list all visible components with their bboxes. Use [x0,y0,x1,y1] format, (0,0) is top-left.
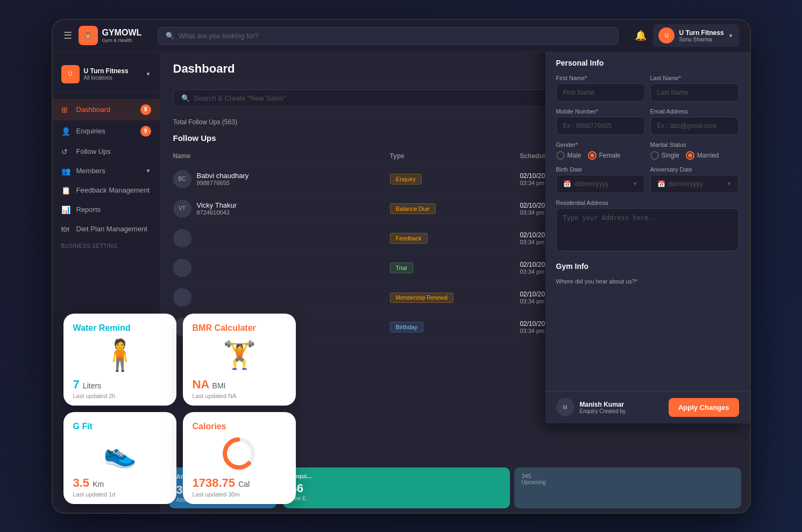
gfit-icon-area: 👟 [73,434,167,474]
email-input[interactable] [650,117,739,135]
sidebar-location: All locations [84,75,129,81]
stat-card-enquiry: Enqui... 46 New E. [283,467,510,508]
reports-icon: 📊 [61,205,71,214]
type-badge: Enquiry [390,174,422,185]
enquiry-value: 46 [290,481,502,495]
sidebar-item-dashboard[interactable]: ⊞ Dashboard 9 [53,99,160,120]
bmr-value-row: NA BMI [193,378,286,392]
last-name-input[interactable] [650,83,739,102]
sidebar-item-followups[interactable]: ↺ Follow Ups [53,142,160,161]
last-name-group: Last Name* [650,75,739,102]
address-group: Residential Address [556,200,739,253]
birthdate-group: Birth Date 📅 dd/mm/yyyy ▼ [556,166,645,193]
member-info: VT Vicky Thakur 8724610043 [173,200,390,218]
mobile-input[interactable] [556,117,645,135]
gender-female-option[interactable]: Female [588,151,621,160]
sidebar-item-label: Dashboard [76,105,111,114]
gender-male-radio[interactable] [556,151,565,160]
apply-changes-button[interactable]: Apply Changes [669,398,739,417]
type-badge: Balance Due [390,203,436,214]
avatar: BC [173,170,191,188]
sidebar-section-business: Business Setting [53,239,160,253]
bmr-sub: Last updated NA [193,393,286,399]
anniversary-placeholder: dd/mm/yyyy [669,180,703,188]
sidebar-item-feedback[interactable]: 📋 Feedback Management [53,181,160,200]
member-name: Vicky Thakur [197,201,237,209]
gym-name: U Turn Fitness [679,29,723,37]
member-info [173,288,390,307]
water-remind-title: Water Remind [73,323,167,333]
avatar [173,229,191,247]
global-search[interactable]: 🔍 What are you looking for? [158,27,619,45]
type-badge: Trial [390,263,413,273]
gender-male-option[interactable]: Male [556,151,581,160]
search-placeholder: What are you looking for? [179,32,258,40]
member-info: BC Babvi chaudhary 9988776655 [173,170,390,188]
header-right: 🔔 U U Turn Fitness Sonu Sharma ▼ [635,24,739,47]
type-badge: Feedback [390,233,428,244]
water-remind-card: Water Remind 🧍 7 Liters Last updated 2h [63,314,176,406]
anniversary-group: Aniversary Date 📅 dd/mm/yyyy ▼ [650,166,739,193]
gfit-card: G Fit 👟 3.5 Km Last updated 1d [63,412,176,504]
user-menu[interactable]: U U Turn Fitness Sonu Sharma ▼ [653,24,739,47]
bmr-card: BMR Calculater 🏋️ NA BMI Last updated NA [183,314,296,406]
bmr-figure-icon: 🏋️ [223,339,256,371]
notifications-icon[interactable]: 🔔 [635,30,647,41]
gfit-sub: Last updated 1d [73,491,167,498]
stat-extra: 345 [522,473,734,479]
sidebar-item-enquiries[interactable]: 👤 Enquiries 9 [53,120,160,142]
marital-married-radio[interactable] [686,151,694,160]
sidebar-item-members[interactable]: 👥 Members ▼ [53,161,160,181]
panel-body: Personal Info First Name* Last Name* [545,52,750,391]
anniversary-input[interactable]: 📅 dd/mm/yyyy ▼ [650,175,739,193]
footer-creator-sub: Enquiry Created by [580,408,626,414]
marital-single-label: Single [662,152,679,159]
address-input[interactable] [556,208,739,251]
hamburger-icon[interactable]: ☰ [63,30,72,41]
contact-row: Mobile Number* Email Address [556,108,739,135]
hear-about-group: Where did you hear about us?* [556,278,739,285]
panel-footer: M Manish Kumar Enquiry Created by Apply … [545,391,750,423]
bmr-value: NA BMI [193,378,226,391]
marital-married-option[interactable]: Married [686,151,719,160]
gender-female-radio[interactable] [588,151,597,160]
stat-card-extra: 345 Upcoming [514,467,741,508]
enquiries-badge: 9 [140,126,151,137]
sidebar-item-reports[interactable]: 📊 Reports [53,200,160,219]
widget-cards: Water Remind 🧍 7 Liters Last updated 2h … [63,314,296,504]
members-icon: 👥 [61,167,71,175]
gfit-shoe-icon: 👟 [103,438,137,469]
sidebar-item-diet[interactable]: 🍽 Diet Plan Management [53,219,160,239]
marital-single-option[interactable]: Single [650,151,679,160]
water-value-row: 7 Liters [73,378,167,392]
sidebar-profile[interactable]: U U Turn Fitness All locations ▼ [53,61,160,93]
birthdate-input[interactable]: 📅 dd/mm/yyyy ▼ [556,175,645,193]
col-type: Type [390,152,520,160]
logo-subtext: Gym & Health [102,38,142,43]
search-icon: 🔍 [181,94,190,102]
sidebar-item-label: Feedback Management [76,186,150,194]
avatar [173,288,191,307]
feedback-icon: 📋 [61,186,71,195]
bmr-title: BMR Calculater [193,323,286,333]
marital-single-radio[interactable] [650,151,659,160]
water-icon-area: 🧍 [73,335,167,375]
member-name: Babvi chaudhary [197,172,249,180]
calorie-donut-chart [222,436,257,471]
profile-chevron-icon: ▼ [146,71,151,77]
gender-group: Gender* Male Female [556,141,645,160]
type-badge: Birthday [390,322,423,332]
gender-radio-group: Male Female [556,151,645,160]
gfit-value: 3.5 Km [73,476,104,490]
stat-extra-label: Upcoming [522,479,734,485]
marital-label: Marital Status [650,141,739,148]
footer-avatar: M [556,398,574,416]
water-sub: Last updated 2h [73,393,167,399]
first-name-input[interactable] [556,83,645,102]
marital-radio-group: Single Married [650,151,739,160]
logo-icon: 🦉 [79,26,98,45]
type-badge: Membership Renewal [390,293,454,303]
calendar-icon: 📅 [563,180,571,188]
member-info [173,229,390,247]
marital-married-label: Married [697,152,719,159]
